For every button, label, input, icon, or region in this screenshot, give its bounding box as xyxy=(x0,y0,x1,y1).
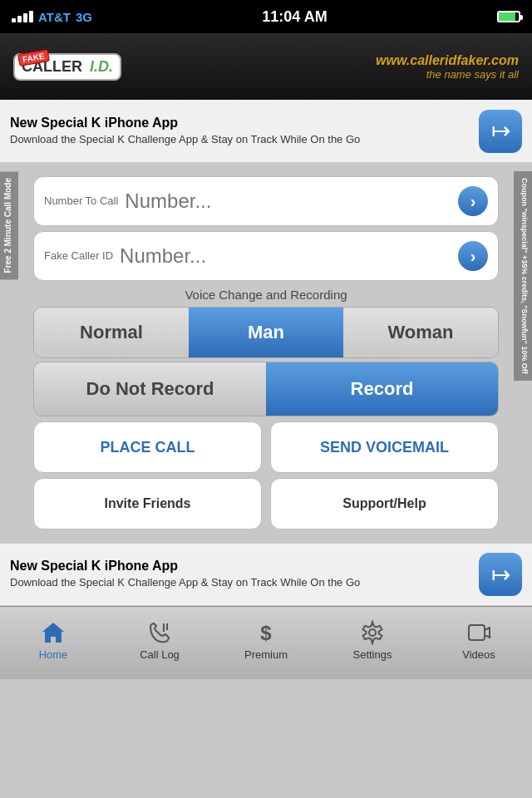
invite-friends-button[interactable]: Invite Friends xyxy=(33,478,262,530)
top-ad-share-button[interactable]: ↦ xyxy=(479,110,522,153)
record-toggle-group: Do Not Record Record xyxy=(33,362,499,416)
share-icon-bottom: ↦ xyxy=(491,561,510,589)
bottom-ad-title: New Special K iPhone App xyxy=(10,559,470,574)
primary-action-row: PLACE CALL SEND VOICEMAIL xyxy=(33,421,499,473)
bottom-ad-share-button[interactable]: ↦ xyxy=(479,553,522,596)
place-call-button[interactable]: PLACE CALL xyxy=(33,421,262,473)
record-button[interactable]: Record xyxy=(266,362,498,416)
tab-call-log-label: Call Log xyxy=(140,648,180,661)
side-label: Free 2 Minute Call Mode xyxy=(0,171,18,279)
voice-toggle-group: Normal Man Woman xyxy=(33,307,499,358)
fake-caller-id-group: Fake Caller ID › xyxy=(33,231,499,281)
svg-text:$: $ xyxy=(260,622,272,644)
tab-home-label: Home xyxy=(39,648,68,661)
header-right: www.calleridfaker.com the name says it a… xyxy=(376,53,519,81)
voice-change-title: Voice Change and Recording xyxy=(33,288,499,302)
tab-settings-label: Settings xyxy=(353,648,392,661)
tab-videos[interactable]: Videos xyxy=(426,607,532,679)
top-ad-desc: Download the Special K Challenge App & S… xyxy=(10,133,470,147)
premium-icon: $ xyxy=(254,620,278,645)
settings-icon xyxy=(360,620,385,645)
status-left: AT&T 3G xyxy=(12,10,92,24)
tab-call-log[interactable]: Call Log xyxy=(106,607,213,679)
tab-settings[interactable]: Settings xyxy=(319,607,426,679)
number-to-call-group: Number To Call › xyxy=(33,176,499,226)
main-content: Free 2 Minute Call Mode Coupon "winspeci… xyxy=(0,163,532,543)
bottom-ad-desc: Download the Special K Challenge App & S… xyxy=(10,576,470,590)
videos-icon xyxy=(466,620,491,645)
share-icon: ↦ xyxy=(491,117,510,145)
status-bar: AT&T 3G 11:04 AM xyxy=(0,0,532,33)
voice-woman-button[interactable]: Woman xyxy=(343,308,498,357)
chevron-right-icon-2: › xyxy=(470,247,476,266)
support-help-button[interactable]: Support/Help xyxy=(270,478,499,530)
header-tagline: the name says it all xyxy=(376,68,519,81)
status-time: 11:04 AM xyxy=(262,8,327,26)
tab-bar: Home Call Log $ Premium Settings Videos xyxy=(0,606,532,679)
fake-caller-id-arrow[interactable]: › xyxy=(458,241,488,271)
signal-icon xyxy=(12,11,33,22)
call-log-icon xyxy=(147,620,172,645)
bottom-ad-banner: New Special K iPhone App Download the Sp… xyxy=(0,543,532,606)
coupon-strip: Coupon "winspecial" +35% credits, "Snowf… xyxy=(514,171,532,381)
fake-caller-id-label: Fake Caller ID xyxy=(44,249,113,264)
tab-premium-label: Premium xyxy=(244,648,288,661)
chevron-right-icon: › xyxy=(470,192,476,211)
top-ad-banner: New Special K iPhone App Download the Sp… xyxy=(0,100,532,163)
network-label: 3G xyxy=(76,10,92,24)
top-ad-title: New Special K iPhone App xyxy=(10,116,470,131)
svg-point-3 xyxy=(369,629,376,636)
fake-caller-id-input[interactable] xyxy=(113,244,458,268)
battery-icon xyxy=(497,11,520,22)
number-to-call-input[interactable] xyxy=(118,190,458,213)
bottom-ad-text: New Special K iPhone App Download the Sp… xyxy=(10,559,470,590)
header-url: www.calleridfaker.com xyxy=(376,53,519,68)
svg-marker-5 xyxy=(485,628,490,638)
send-voicemail-button[interactable]: SEND VOICEMAIL xyxy=(270,421,499,473)
tab-premium[interactable]: $ Premium xyxy=(213,607,319,679)
status-right xyxy=(497,11,520,22)
home-icon xyxy=(41,620,66,645)
logo-container: FAKE CALLER I.D. xyxy=(13,53,121,81)
tab-home[interactable]: Home xyxy=(0,607,106,679)
do-not-record-button[interactable]: Do Not Record xyxy=(34,362,266,416)
app-logo: FAKE CALLER I.D. xyxy=(13,53,121,81)
voice-man-button[interactable]: Man xyxy=(189,308,343,357)
voice-normal-button[interactable]: Normal xyxy=(34,308,189,357)
number-to-call-arrow[interactable]: › xyxy=(458,186,488,216)
app-header: FAKE CALLER I.D. www.calleridfaker.com t… xyxy=(0,33,532,100)
logo-id: I.D. xyxy=(90,58,113,76)
top-ad-text: New Special K iPhone App Download the Sp… xyxy=(10,116,470,147)
number-to-call-label: Number To Call xyxy=(44,195,118,209)
svg-rect-4 xyxy=(469,625,485,640)
secondary-action-row: Invite Friends Support/Help xyxy=(33,478,499,530)
tab-videos-label: Videos xyxy=(462,648,495,661)
carrier-label: AT&T xyxy=(38,10,71,24)
